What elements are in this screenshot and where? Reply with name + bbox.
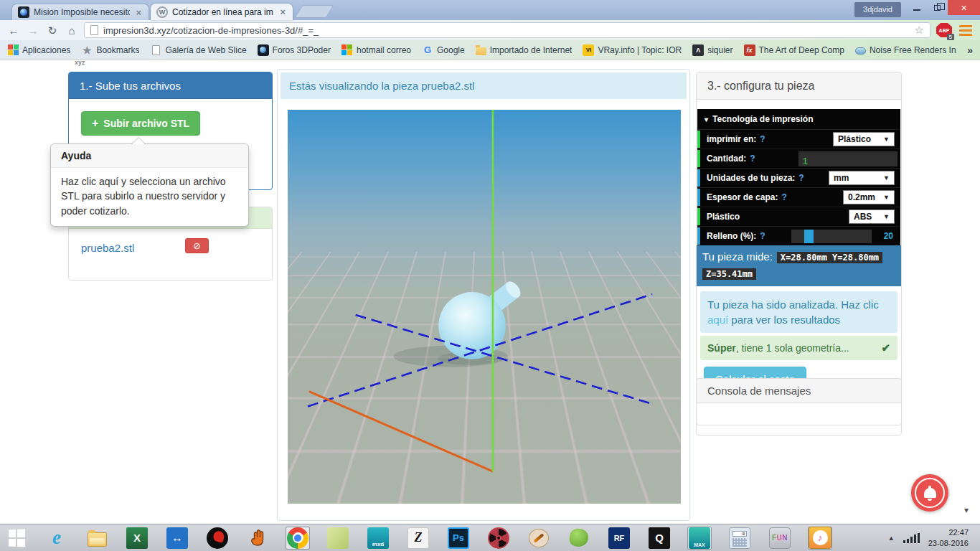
forward-button[interactable]: →: [26, 25, 40, 36]
taskbar-3ds-max[interactable]: MAX: [687, 527, 712, 550]
geometry-success-message: Súper, tiene 1 sola geometría... ✔: [700, 336, 897, 360]
viewer-title: Estás visualizando la pieza prueba2.stl: [281, 72, 687, 99]
excel-icon: X: [126, 527, 148, 549]
taskbar-teamviewer[interactable]: ↔: [165, 527, 189, 550]
bookmark-importado-de-internet[interactable]: Importado de Internet: [476, 45, 573, 55]
browser-profile-badge[interactable]: 3djdavid: [854, 2, 901, 17]
cantidad-input[interactable]: 1: [798, 151, 897, 166]
bookmark-star-icon[interactable]: ☆: [915, 24, 924, 37]
bookmark-google[interactable]: G Google: [422, 44, 465, 56]
console-panel: Consola de mensajes: [696, 378, 902, 425]
row-accent: [697, 150, 700, 167]
bookmark-noise-free-renders[interactable]: Noise Free Renders In: [855, 45, 956, 55]
relleno-slider[interactable]: [791, 230, 872, 243]
plastico-select[interactable]: ABS ▼: [849, 209, 895, 224]
taskbar-quixel[interactable]: Q: [647, 527, 672, 550]
taskbar-calculator[interactable]: 0: [727, 527, 752, 550]
analyzed-message: Tu pieza ha sido analizada. Haz clic aqu…: [700, 291, 897, 333]
page-icon: [90, 25, 98, 35]
new-tab-button[interactable]: [294, 5, 334, 18]
taskbar-start-button[interactable]: [4, 527, 29, 550]
bookmark-foros-3dpoder[interactable]: Foros 3DPoder: [258, 44, 331, 56]
notification-bell-button[interactable]: [911, 474, 948, 512]
help-icon[interactable]: ?: [760, 231, 765, 241]
restore-button[interactable]: [927, 0, 948, 15]
bookmark-hotmail-correo[interactable]: hotmail correo: [341, 44, 411, 56]
itunes-icon: ♪: [809, 527, 831, 549]
help-icon[interactable]: ?: [781, 192, 786, 202]
slider-handle[interactable]: [804, 230, 814, 243]
taskbar-mixamo[interactable]: mxd: [366, 527, 390, 550]
close-button[interactable]: ×: [948, 0, 980, 15]
upload-stl-button[interactable]: + Subir archivo STL: [81, 111, 200, 136]
tray-expand-arrow-icon[interactable]: ▲: [888, 534, 895, 542]
chrome-icon: [287, 527, 308, 549]
tab-cotizador[interactable]: W Cotizador en línea para im ×: [151, 4, 293, 20]
fx-icon: fx: [744, 44, 755, 56]
bookmark-bookmarks[interactable]: ★ Bookmarks: [81, 44, 139, 56]
espesor-select[interactable]: 0.2mm ▼: [843, 190, 895, 204]
taskbar-photoshop[interactable]: Ps: [446, 527, 471, 550]
taskbar-internet-explorer[interactable]: e: [44, 527, 69, 550]
clock-time: 22:47: [928, 527, 969, 537]
relleno-value: 20: [884, 231, 893, 241]
green-blob-icon: [568, 527, 589, 547]
measure-xy: X=28.80mm Y=28.80mm: [777, 252, 882, 263]
help-icon[interactable]: ?: [760, 134, 765, 144]
section-tecnologia[interactable]: ▾ Tecnología de impresión: [697, 109, 900, 129]
lambda-icon: Λ: [692, 44, 704, 56]
url-text[interactable]: impresion3d.xyz/cotizacion-de-impresione…: [103, 25, 910, 36]
help-icon[interactable]: ?: [750, 154, 755, 164]
taskbar-fun-drive[interactable]: FUN: [768, 527, 792, 550]
back-button[interactable]: ←: [6, 25, 21, 36]
row-relleno: Relleno (%): ? 20: [697, 226, 900, 245]
taskbar-excel[interactable]: X: [125, 527, 149, 550]
file-link[interactable]: prueba2.stl: [81, 242, 134, 254]
minimize-button[interactable]: [906, 0, 927, 15]
plus-icon: +: [92, 117, 98, 130]
bookmarks-overflow-chevron[interactable]: »: [967, 44, 973, 56]
tab-mision-imposible[interactable]: Mision Imposible necesito ×: [11, 4, 149, 20]
reload-button[interactable]: ↻: [45, 25, 60, 36]
viewport-scene: [288, 110, 681, 504]
browser-menu-button[interactable]: [958, 24, 974, 37]
tab-close-icon[interactable]: ×: [278, 6, 287, 17]
taskbar-chrome[interactable]: [286, 527, 310, 550]
home-button[interactable]: ⌂: [65, 25, 79, 36]
delete-file-button[interactable]: ⊘: [185, 238, 209, 253]
corner-caret-icon[interactable]: ▾: [964, 505, 969, 515]
unidades-select[interactable]: mm ▼: [829, 171, 895, 185]
taskbar-green-app[interactable]: [326, 527, 350, 550]
taskbar-hand-app[interactable]: [245, 527, 270, 550]
row-unidades: Unidades de tu pieza: ? mm ▼: [697, 168, 900, 187]
help-tooltip-body: Haz clic aquí y selecciona un archivo ST…: [51, 168, 248, 226]
row-accent: [697, 208, 700, 225]
address-bar[interactable]: impresion3d.xyz/cotizacion-de-impresione…: [84, 22, 930, 38]
taskbar-clock[interactable]: 22:47 23-08-2016: [928, 527, 969, 548]
bookmark-siquier[interactable]: Λ siquier: [692, 44, 732, 56]
print-config: ▾ Tecnología de impresión imprimir en: ?…: [697, 109, 900, 245]
network-signal-icon[interactable]: [903, 533, 920, 543]
taskbar-creature-app[interactable]: [567, 527, 591, 550]
3d-viewport[interactable]: [288, 110, 681, 504]
taskbar-realflow[interactable]: RF: [607, 527, 631, 550]
taskbar-media-player[interactable]: [205, 527, 230, 550]
window-controls: ×: [906, 0, 980, 15]
bookmark-vray-info[interactable]: VI VRay.info | Topic: IOR: [583, 44, 682, 56]
bookmark-art-of-deep-comp[interactable]: fx The Art of Deep Comp: [744, 44, 844, 56]
bookmark-aplicaciones[interactable]: Aplicaciones: [7, 44, 70, 56]
taskbar-zbrush[interactable]: Z: [406, 527, 430, 550]
sphere-icon: [258, 44, 269, 56]
help-icon[interactable]: ?: [798, 173, 804, 183]
row-accent: [697, 131, 700, 148]
bookmark-galeria-web-slice[interactable]: Galería de Web Slice: [150, 44, 246, 56]
taskbar-nuke[interactable]: [486, 527, 511, 550]
adblock-button[interactable]: ABP 5: [936, 22, 953, 38]
taskbar-painter[interactable]: [527, 527, 551, 550]
tab-close-icon[interactable]: ×: [134, 7, 143, 18]
taskbar-itunes[interactable]: ♪: [808, 527, 832, 550]
results-link[interactable]: aquí: [707, 314, 728, 326]
imprimir-en-select[interactable]: Plástico ▼: [833, 132, 895, 146]
taskbar-file-explorer[interactable]: [85, 527, 109, 550]
folder-icon: [88, 532, 107, 547]
